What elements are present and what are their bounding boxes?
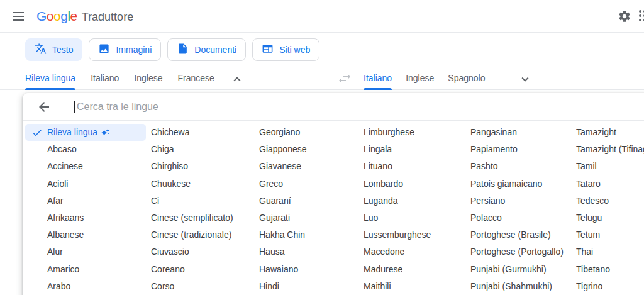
language-option[interactable]: Patois giamaicano [470,175,574,192]
language-option[interactable]: Lituano [364,158,468,175]
logo-letter: o [47,9,53,24]
language-option[interactable]: Ci [151,192,257,209]
target-tab-inglese[interactable]: Inglese [406,68,434,90]
tab-immagini[interactable]: Immagini [89,38,161,61]
menu-icon[interactable] [11,9,26,24]
language-option[interactable]: Albanese [25,226,146,243]
language-option[interactable]: Afrikaans [25,209,146,226]
google-logo[interactable]: Google Traduttore [36,9,133,24]
source-language-tabs: Rileva lingua Italiano Inglese Francese [25,68,245,90]
chevron-down-icon[interactable] [518,72,533,87]
language-option[interactable]: Georgiano [259,124,361,141]
language-option[interactable]: Lombardo [364,175,468,192]
language-option[interactable]: Guaraní [259,192,361,209]
check-icon [31,127,43,138]
language-option[interactable]: Tigrino [576,278,644,295]
mode-toolbar: Testo Immagini Documenti Siti web [25,38,319,61]
language-option[interactable]: Persiano [470,192,574,209]
language-option[interactable]: Pashto [470,158,574,175]
language-option[interactable]: Tamazight (Tifinagh) [576,141,644,158]
language-bar: Rileva lingua Italiano Inglese Francese … [0,68,644,90]
language-option[interactable]: Gujarati [259,209,361,226]
language-column: LimburgheseLingalaLituanoLombardoLuganda… [364,124,468,295]
language-option[interactable]: Hausa [259,243,361,260]
language-option[interactable]: Arabo [25,278,146,295]
language-option[interactable]: Corso [151,278,257,295]
language-option[interactable]: Luo [364,209,468,226]
language-option[interactable]: Limburghese [364,124,468,141]
language-option[interactable]: Hindi [259,278,361,295]
source-tab-inglese[interactable]: Inglese [134,68,162,90]
language-column: Rileva linguaAbcasoAccineseAcioliAfarAfr… [25,124,146,295]
chevron-up-icon[interactable] [230,72,245,87]
language-option[interactable]: Amarico [25,261,146,278]
tab-documenti[interactable]: Documenti [167,38,246,61]
language-option[interactable]: Luganda [364,192,468,209]
language-option[interactable]: Tetum [576,226,644,243]
language-option[interactable]: Coreano [151,261,257,278]
language-option[interactable]: Chirghiso [151,158,257,175]
language-option[interactable]: Macedone [364,243,468,260]
language-option[interactable]: Rileva lingua [25,124,146,141]
language-option[interactable]: Tibetano [576,261,644,278]
apps-grid-icon[interactable] [639,10,644,23]
source-tab-rileva-lingua[interactable]: Rileva lingua [25,68,75,90]
language-option[interactable]: Cinese (tradizionale) [151,226,257,243]
app-title: Traduttore [82,11,133,24]
language-option[interactable]: Greco [259,175,361,192]
tab-label: Testo [52,45,73,55]
language-column: PangasinanPapiamentoPashtoPatois giamaic… [470,124,574,295]
language-option[interactable]: Abcaso [25,141,146,158]
language-option[interactable]: Tamil [576,158,644,175]
tab-testo[interactable]: Testo [25,38,82,61]
language-option[interactable]: Chichewa [151,124,257,141]
language-option[interactable]: Portoghese (Brasile) [470,226,574,243]
language-option[interactable]: Hawaiano [259,261,361,278]
language-option[interactable]: Acioli [25,175,146,192]
language-option[interactable]: Lingala [364,141,468,158]
language-option[interactable]: Chuukese [151,175,257,192]
language-option[interactable]: Pangasinan [470,124,574,141]
language-option[interactable]: Hakha Chin [259,226,361,243]
language-option[interactable]: Punjabi (Gurmukhi) [470,261,574,278]
language-option[interactable]: Alur [25,243,146,260]
language-option[interactable]: Giavanese [259,158,361,175]
tab-siti-web[interactable]: Siti web [252,38,319,61]
settings-icon[interactable] [618,9,631,23]
language-option[interactable]: Punjabi (Shahmukhi) [470,278,574,295]
language-option[interactable]: Maithili [364,278,468,295]
website-icon [262,43,274,57]
target-tab-italiano[interactable]: Italiano [364,68,392,90]
language-option[interactable]: Giapponese [259,141,361,158]
language-option[interactable]: Accinese [25,158,146,175]
language-option[interactable]: Thai [576,243,644,260]
document-icon [177,43,189,57]
language-option[interactable]: Ciuvascio [151,243,257,260]
source-tab-italiano[interactable]: Italiano [91,68,119,90]
target-tab-spagnolo[interactable]: Spagnolo [448,68,485,90]
language-option[interactable]: Afar [25,192,146,209]
language-option[interactable]: Lussemburghese [364,226,468,243]
logo-letter: o [53,9,60,24]
logo-letter: G [36,9,47,24]
language-option[interactable]: Chiga [151,141,257,158]
language-option[interactable]: Telugu [576,209,644,226]
language-grid: Rileva linguaAbcasoAccineseAcioliAfarAfr… [23,124,644,295]
app-header: Google Traduttore [0,0,644,33]
language-option[interactable]: Cinese (semplificato) [151,209,257,226]
language-search-input[interactable] [75,101,644,113]
language-option[interactable]: Tataro [576,175,644,192]
language-option[interactable]: Polacco [470,209,574,226]
back-arrow-icon[interactable] [36,99,52,114]
language-option[interactable]: Portoghese (Portogallo) [470,243,574,260]
swap-languages-icon[interactable] [337,71,352,86]
source-tab-francese[interactable]: Francese [177,68,214,90]
language-option[interactable]: Madurese [364,261,468,278]
language-option[interactable]: Tamazight [576,124,644,141]
language-option[interactable]: Tedesco [576,192,644,209]
language-option[interactable]: Papiamento [470,141,574,158]
language-column: GeorgianoGiapponeseGiavaneseGrecoGuaraní… [259,124,361,295]
language-column: TamazightTamazight (Tifinagh)TamilTataro… [576,124,644,295]
logo-letter: g [60,9,67,24]
language-option-label: Rileva lingua [47,124,97,141]
